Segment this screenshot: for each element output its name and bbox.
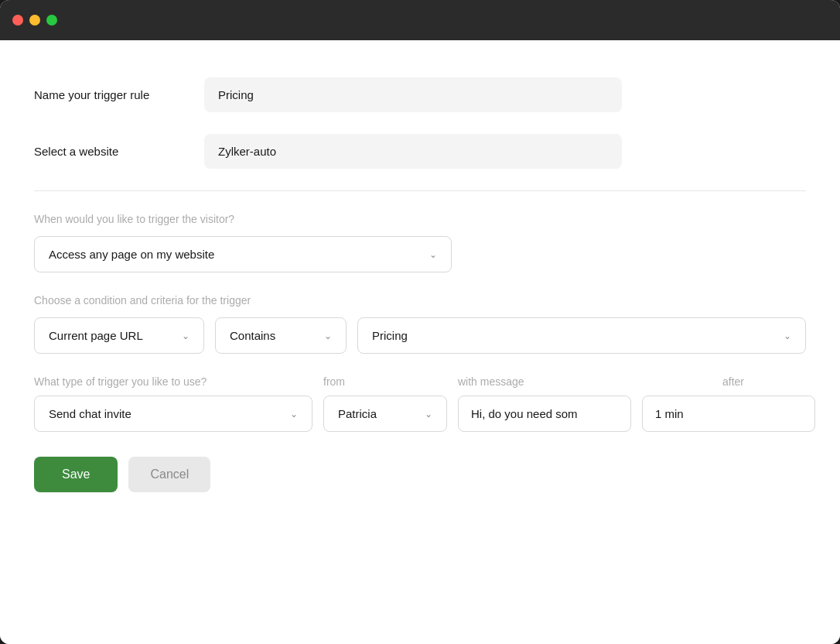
when-trigger-dropdown-value: Access any page on my website (49, 248, 214, 261)
trigger-type-dropdown-value: Send chat invite (49, 407, 131, 420)
trigger-type-main-label: What type of trigger you like to use? (34, 375, 312, 388)
trigger-name-input[interactable] (204, 77, 622, 112)
condition-criteria-value: Pricing (372, 329, 408, 342)
titlebar (0, 0, 840, 40)
when-trigger-section: When would you like to trigger the visit… (34, 213, 806, 272)
condition-row: Current page URL ⌄ Contains ⌄ Pricing ⌄ (34, 317, 806, 354)
cancel-button[interactable]: Cancel (128, 457, 210, 492)
website-row: Select a website (34, 134, 806, 169)
condition-section: Choose a condition and criteria for the … (34, 294, 806, 354)
from-chevron-icon: ⌄ (425, 409, 432, 420)
after-input[interactable] (642, 396, 815, 432)
condition-url-value: Current page URL (49, 329, 143, 342)
condition-operator-value: Contains (230, 329, 275, 342)
when-trigger-chevron-icon: ⌄ (429, 249, 437, 260)
condition-label: Choose a condition and criteria for the … (34, 294, 806, 307)
website-input[interactable] (204, 134, 622, 169)
website-label: Select a website (34, 145, 204, 158)
trigger-type-message-label: with message (458, 375, 712, 388)
condition-url-dropdown[interactable]: Current page URL ⌄ (34, 317, 204, 354)
maximize-button[interactable] (46, 15, 57, 26)
condition-criteria-chevron-icon: ⌄ (784, 331, 791, 341)
condition-url-chevron-icon: ⌄ (182, 331, 190, 341)
main-content: Name your trigger rule Select a website … (0, 40, 840, 644)
from-dropdown[interactable]: Patricia ⌄ (323, 396, 447, 432)
trigger-name-row: Name your trigger rule (34, 77, 806, 112)
trigger-type-after-label: after (722, 375, 806, 388)
app-window: Name your trigger rule Select a website … (0, 0, 840, 644)
trigger-name-label: Name your trigger rule (34, 88, 204, 101)
from-dropdown-value: Patricia (338, 407, 377, 420)
trigger-type-dropdown[interactable]: Send chat invite ⌄ (34, 396, 312, 432)
condition-criteria-dropdown[interactable]: Pricing ⌄ (357, 317, 806, 354)
divider (34, 190, 806, 191)
message-input[interactable] (458, 396, 631, 432)
when-trigger-dropdown[interactable]: Access any page on my website ⌄ (34, 236, 452, 272)
when-trigger-label: When would you like to trigger the visit… (34, 213, 806, 225)
trigger-type-section: What type of trigger you like to use? fr… (34, 375, 806, 432)
save-button[interactable]: Save (34, 457, 118, 492)
minimize-button[interactable] (29, 15, 40, 26)
trigger-type-labels-row: What type of trigger you like to use? fr… (34, 375, 806, 388)
condition-operator-chevron-icon: ⌄ (324, 331, 332, 341)
condition-operator-dropdown[interactable]: Contains ⌄ (215, 317, 347, 354)
trigger-type-from-label: from (323, 375, 447, 388)
trigger-type-chevron-icon: ⌄ (290, 409, 298, 420)
button-row: Save Cancel (34, 457, 806, 492)
close-button[interactable] (12, 15, 23, 26)
trigger-type-inputs-row: Send chat invite ⌄ Patricia ⌄ (34, 396, 806, 432)
